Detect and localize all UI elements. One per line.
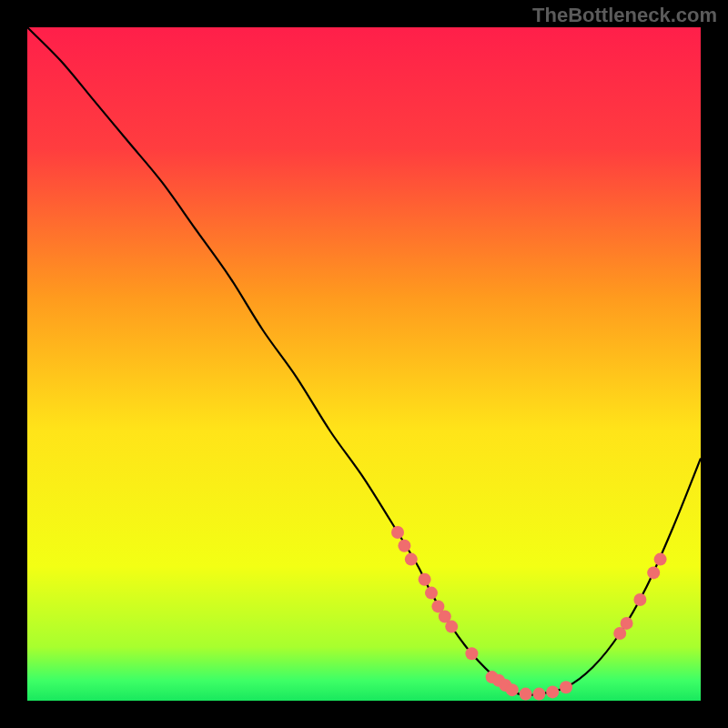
- marker-point: [506, 683, 519, 696]
- marker-point: [520, 688, 532, 701]
- marker-point: [532, 688, 545, 701]
- marker-point: [398, 540, 410, 552]
- bottleneck-curve: [27, 27, 701, 695]
- chart-svg: [27, 27, 701, 701]
- marker-point: [546, 685, 559, 698]
- attribution-text: TheBottleneck.com: [532, 4, 717, 27]
- marker-point: [633, 593, 646, 606]
- marker-point: [621, 617, 633, 630]
- marker-point: [560, 681, 572, 693]
- marker-point: [419, 573, 431, 586]
- marker-point: [405, 553, 418, 566]
- marker-point: [445, 621, 458, 633]
- chart-container: TheBottleneck.com: [0, 0, 728, 728]
- marker-point: [391, 526, 404, 539]
- plot-area: [27, 27, 701, 701]
- marker-point: [465, 647, 478, 660]
- marker-point: [425, 587, 438, 600]
- highlight-markers: [391, 526, 667, 701]
- marker-point: [654, 553, 667, 566]
- marker-point: [647, 566, 660, 579]
